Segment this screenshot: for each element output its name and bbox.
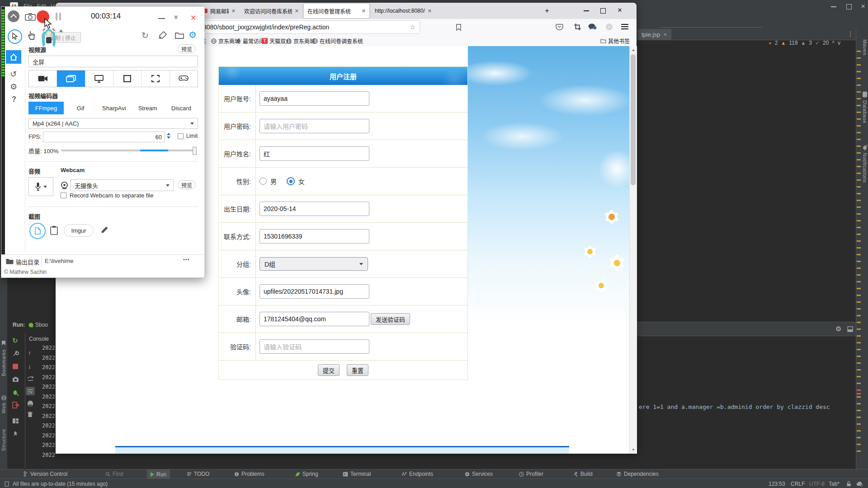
encoder-tab-sharpavi[interactable]: SharpAvi <box>97 102 131 114</box>
female-radio[interactable] <box>287 177 295 185</box>
encoder-tab-stream[interactable]: Stream <box>131 102 165 114</box>
tool-tab-terminal[interactable]: Terminal <box>343 471 371 477</box>
close-button[interactable]: ✕ <box>190 14 196 22</box>
prev-problem-button[interactable]: ^ <box>832 40 835 46</box>
url-bar[interactable]: 8080/sboot_jxxgzxwjglxt/index/preReg.act… <box>191 21 420 33</box>
rerun-icon[interactable]: ↻ <box>12 337 18 345</box>
sidebar-history-tab[interactable]: ↺ <box>10 69 17 79</box>
ide-close-button[interactable]: ✕ <box>861 3 865 9</box>
name-input[interactable]: 红 <box>259 146 369 161</box>
mouse-pointer-toggle[interactable] <box>8 29 22 44</box>
expand-button[interactable]: » <box>172 15 181 19</box>
webcam-select[interactable]: 无摄像头 <box>71 179 174 191</box>
settings-gear-icon[interactable]: ⚙ <box>835 325 841 333</box>
tool-tab-bookmarks[interactable]: Bookmarks <box>1 349 6 376</box>
source-fullscreen-button[interactable] <box>57 70 85 87</box>
tool-tab-build[interactable]: Build <box>573 471 593 477</box>
tool-tab-todo[interactable]: TODO <box>187 471 209 477</box>
fps-input[interactable]: 60 <box>43 131 165 142</box>
scrollbar-thumb[interactable] <box>631 54 636 185</box>
account-input[interactable]: ayaayaa <box>259 91 369 106</box>
encoder-tab-ffmpeg[interactable]: FFmpeg <box>28 102 64 114</box>
layout-icon[interactable] <box>12 418 19 424</box>
menu-hamburger-icon[interactable] <box>621 23 628 30</box>
fps-stepper[interactable] <box>167 133 170 139</box>
trash-icon[interactable] <box>27 411 33 418</box>
microphone-button[interactable] <box>28 177 53 196</box>
tool-tab-database[interactable]: Database <box>862 100 868 123</box>
url-text[interactable]: 8080/sboot_jxxgzxwjglxt/index/preReg.act… <box>191 23 410 31</box>
browser-tab-localhost[interactable]: http://localhost:8080/sboot_j ✕ <box>371 5 435 17</box>
tool-tab-version-control[interactable]: Version Control <box>24 471 67 477</box>
cloud-sync-icon[interactable] <box>856 481 863 487</box>
reset-button[interactable]: 重置 <box>347 364 368 376</box>
mouse-clicks-toggle[interactable] <box>28 30 36 41</box>
close-icon[interactable]: ✕ <box>428 8 432 14</box>
source-region-button[interactable] <box>141 70 169 87</box>
source-window-button[interactable] <box>113 70 141 87</box>
other-bookmarks[interactable]: 其他书签 <box>600 37 630 45</box>
caret-position[interactable]: 123:53 <box>769 481 785 487</box>
bookmark-item-most-visited[interactable]: ✱ 最常访问 <box>236 37 264 45</box>
bookmark-item-jd[interactable]: 京东商城 <box>211 37 240 45</box>
tool-tab-endpoints[interactable]: Endpoints <box>401 471 433 477</box>
screenshot-crop-icon[interactable] <box>574 23 581 30</box>
bookmark-item-jd2[interactable]: 京东商城 <box>286 37 315 45</box>
birthdate-input[interactable]: 2020-05-14 <box>259 202 369 216</box>
brush-icon[interactable] <box>159 31 167 39</box>
webcam-preview-button[interactable]: 预览 <box>178 180 196 189</box>
console-tab[interactable]: Console <box>29 336 49 342</box>
debug-bug-icon[interactable] <box>12 389 19 396</box>
lock-icon[interactable] <box>846 481 851 487</box>
pause-button[interactable] <box>56 13 57 20</box>
hide-panel-icon[interactable] <box>847 326 853 332</box>
email-input[interactable]: 1781245404@qq.com <box>259 312 369 326</box>
sidebar-home-tab[interactable] <box>6 50 21 64</box>
close-icon[interactable]: ✕ <box>295 8 299 14</box>
tool-tab-notifications[interactable]: Notifications <box>862 153 868 183</box>
exit-icon[interactable] <box>12 402 19 408</box>
window-maximize-button[interactable] <box>600 8 606 14</box>
video-source-preview-button[interactable]: 预览 <box>178 44 196 53</box>
tool-tab-services[interactable]: Services <box>465 471 493 477</box>
settings-gear-icon[interactable]: ⚙ <box>189 29 197 40</box>
phone-input[interactable]: 15301696339 <box>259 229 369 244</box>
extension-check-icon[interactable]: ✓ <box>606 23 613 30</box>
ide-minimize-button[interactable] <box>831 6 836 7</box>
minimize-button[interactable] <box>158 18 165 19</box>
refresh-icon[interactable]: ↻ <box>142 30 149 41</box>
clipboard-icon[interactable] <box>50 225 58 235</box>
screenshot-file-button[interactable] <box>29 223 46 239</box>
bookmark-item-survey[interactable]: 在线问卷调查系统 <box>312 37 363 45</box>
browser-tab-welcome[interactable]: 欢迎访问问卷库系统 ✕ <box>241 5 302 17</box>
scroll-up-arrow[interactable]: ▲ <box>630 48 637 52</box>
tool-tab-dependencies[interactable]: Dependencies <box>616 471 659 477</box>
page-scrollbar[interactable]: ▲ ▼ <box>629 46 637 454</box>
browser-tab-active[interactable]: 在线问卷管理系统 ✕ <box>304 4 369 18</box>
captcha-input[interactable]: 请输入验证码 <box>259 339 369 354</box>
folder-icon[interactable] <box>175 32 184 39</box>
error-stripe[interactable] <box>857 51 861 453</box>
male-radio[interactable] <box>259 178 267 185</box>
tool-tab-find[interactable]: Find <box>105 471 123 477</box>
submit-button[interactable]: 提交 <box>318 364 340 376</box>
tool-tab-structure[interactable]: Structure <box>1 429 6 451</box>
scroll-up-icon[interactable]: ↑ <box>28 349 31 357</box>
inspections-widget[interactable]: ● 2 ▲ 119 ▲ 3 ✓ 20 ^ v <box>769 40 840 46</box>
window-close-button[interactable]: ✕ <box>616 7 623 14</box>
ide-maximize-button[interactable] <box>846 4 852 9</box>
send-code-button[interactable]: 发送验证码 <box>371 313 410 325</box>
tool-tab-run[interactable]: Run <box>147 469 170 479</box>
stop-icon[interactable] <box>13 364 18 369</box>
pencil-icon[interactable] <box>101 226 108 234</box>
new-tab-button[interactable]: + <box>542 5 552 16</box>
collapse-button[interactable] <box>8 10 19 22</box>
tool-tab-maven[interactable]: Maven <box>862 39 868 56</box>
encoder-tab-discard[interactable]: Discard <box>165 102 198 114</box>
password-input[interactable]: 请输入用户密码 <box>259 119 369 133</box>
group-select[interactable]: D组 <box>259 257 368 271</box>
file-encoding[interactable]: UTF-8 <box>809 481 825 487</box>
tool-tab-problems[interactable]: Problems <box>234 471 264 477</box>
pause-button-bar[interactable] <box>59 13 61 20</box>
window-minimize-button[interactable] <box>584 10 589 11</box>
